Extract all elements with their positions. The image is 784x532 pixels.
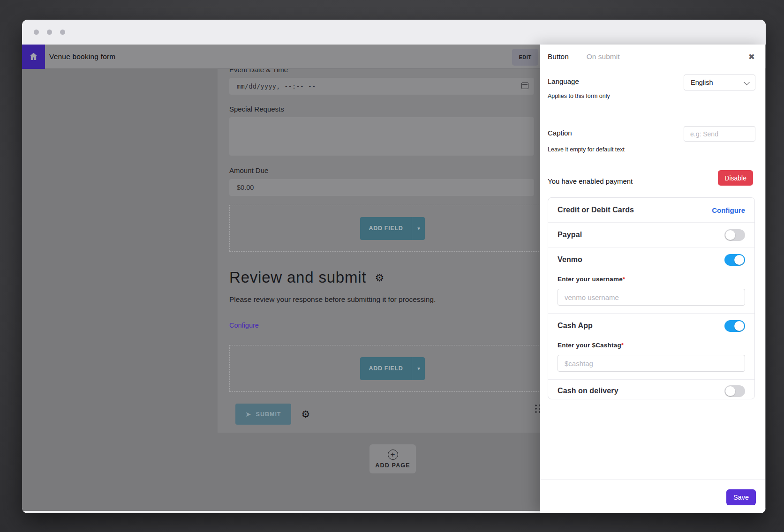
window-dot-icon[interactable] — [34, 30, 39, 35]
datetime-placeholder: mm/dd/yyyy, --:-- -- — [237, 82, 316, 90]
submit-label: SUBMIT — [256, 411, 281, 418]
language-label: Language — [548, 77, 579, 85]
payment-status-text: You have enabled payment — [548, 177, 633, 185]
field-row-datetime-label: Event Date & Time — [229, 69, 556, 74]
review-description: Please review your response before submi… — [229, 295, 556, 304]
cashtag-input[interactable] — [558, 355, 745, 372]
field-label: Amount Due — [229, 166, 556, 174]
add-field-button[interactable]: ADD FIELD ▾ — [360, 217, 425, 240]
plus-circle-icon: + — [388, 450, 398, 460]
payment-row-venmo: Venmo Enter your username* — [548, 247, 754, 314]
venmo-username-input[interactable] — [558, 289, 745, 306]
payment-row-cod: Cash on delivery — [548, 380, 754, 399]
payment-method-name: Venmo — [558, 255, 582, 264]
home-button[interactable] — [22, 45, 45, 69]
field-dropzone: ADD FIELD ▾ — [229, 345, 556, 392]
tab-button[interactable]: Button — [548, 52, 569, 61]
toggle-knob — [734, 255, 744, 265]
payment-method-name: Credit or Debit Cards — [558, 206, 634, 214]
close-icon[interactable]: ✖ — [748, 52, 755, 61]
browser-titlebar — [22, 20, 766, 45]
toggle-knob — [725, 230, 735, 240]
amount-value: $0.00 — [237, 184, 254, 191]
configure-link[interactable]: Configure — [229, 322, 556, 329]
caption-input[interactable] — [684, 126, 755, 142]
payment-row-cashapp: Cash App Enter your $Cashtag* — [548, 314, 754, 380]
device-frame: Venue booking form EDIT Event Date & Tim… — [0, 0, 784, 532]
payment-method-name: Cash on delivery — [558, 387, 618, 395]
language-selected-value: English — [691, 79, 713, 86]
chevron-down-icon — [744, 79, 750, 85]
window-dot-icon[interactable] — [60, 30, 65, 35]
panel-footer: Save — [540, 480, 765, 513]
language-select[interactable]: English — [684, 75, 755, 90]
page-title: Review and submit — [229, 269, 366, 286]
gear-icon[interactable]: ⚙ — [302, 409, 310, 420]
caption-label: Caption — [548, 129, 572, 137]
gear-icon[interactable]: ⚙ — [375, 272, 384, 284]
calendar-icon[interactable] — [521, 82, 528, 89]
venmo-toggle[interactable] — [724, 254, 745, 266]
window-dot-icon[interactable] — [47, 30, 52, 35]
payment-methods-card: Credit or Debit Cards Configure Paypal V… — [548, 197, 755, 399]
tab-on-submit[interactable]: On submit — [587, 52, 620, 61]
send-icon: ➤ — [245, 410, 251, 419]
browser-window: Venue booking form EDIT Event Date & Tim… — [22, 20, 766, 513]
payment-row-paypal: Paypal — [548, 223, 754, 247]
datetime-input[interactable]: mm/dd/yyyy, --:-- -- — [229, 78, 534, 95]
cashtag-label: Enter your $Cashtag* — [558, 342, 745, 349]
app-area: Venue booking form EDIT Event Date & Tim… — [22, 45, 766, 513]
home-icon — [29, 52, 38, 61]
add-page-label: ADD PAGE — [375, 462, 410, 469]
submit-button[interactable]: ➤ SUBMIT — [235, 404, 291, 425]
field-label: Event Date & Time — [229, 69, 556, 74]
payment-method-name: Cash App — [558, 322, 593, 330]
required-asterisk: * — [621, 342, 624, 349]
form-page-card: Event Date & Time mm/dd/yyyy, --:-- -- S… — [218, 69, 567, 433]
payment-row-cards: Credit or Debit Cards Configure — [548, 198, 754, 223]
venmo-username-label: Enter your username* — [558, 276, 745, 283]
disable-payment-button[interactable]: Disable — [718, 170, 753, 186]
paypal-toggle[interactable] — [724, 229, 745, 241]
save-button[interactable]: Save — [726, 489, 756, 505]
toggle-knob — [734, 321, 744, 331]
button-settings-panel: Button On submit ✖ Language English Appl… — [540, 45, 765, 513]
language-hint: Applies to this form only — [548, 93, 610, 99]
panel-tabs: Button On submit — [548, 52, 619, 61]
amount-due-input[interactable]: $0.00 — [229, 179, 534, 196]
cod-toggle[interactable] — [724, 385, 745, 397]
caption-hint: Leave it empty for default text — [548, 146, 625, 153]
form-title: Venue booking form — [49, 52, 115, 61]
payment-method-name: Paypal — [558, 231, 582, 239]
edit-button[interactable]: EDIT — [512, 49, 538, 66]
chevron-down-icon[interactable]: ▾ — [412, 217, 425, 240]
add-field-label: ADD FIELD — [360, 357, 412, 380]
configure-cards-link[interactable]: Configure — [712, 206, 745, 214]
submit-row: ➤ SUBMIT ⚙ — [235, 404, 556, 425]
field-label: Special Requests — [229, 105, 556, 113]
cashapp-toggle[interactable] — [724, 320, 745, 332]
add-page-button[interactable]: + ADD PAGE — [369, 444, 416, 473]
required-asterisk: * — [623, 276, 625, 283]
review-heading-row: Review and submit ⚙ — [229, 269, 556, 286]
add-field-button[interactable]: ADD FIELD ▾ — [360, 357, 425, 380]
toggle-knob — [725, 386, 735, 396]
add-field-label: ADD FIELD — [360, 217, 412, 240]
chevron-down-icon[interactable]: ▾ — [412, 357, 425, 380]
field-dropzone: ADD FIELD ▾ — [229, 205, 556, 252]
special-requests-textarea[interactable] — [229, 117, 534, 156]
